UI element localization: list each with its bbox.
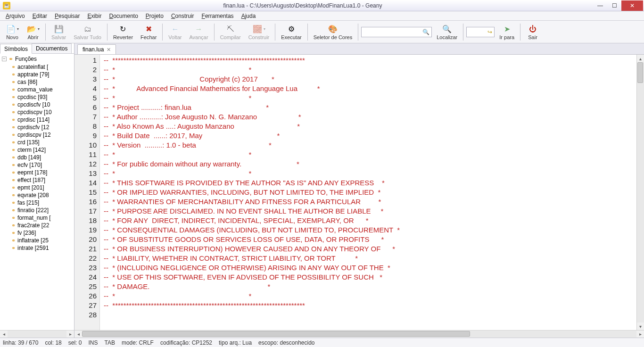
symbol-item[interactable]: ⚭cprdisc [114] [0, 116, 74, 124]
menu-item[interactable]: Documento [105, 12, 141, 20]
scroll-left-icon[interactable]: ◂ [0, 330, 8, 338]
scroll-track[interactable] [8, 330, 66, 338]
scroll-down-icon[interactable]: ▾ [637, 322, 644, 330]
code-line[interactable]: -- * * [104, 169, 400, 178]
save-button[interactable]: 💾 Salvar [49, 23, 69, 41]
goto-button[interactable]: ➤ Ir para [496, 23, 517, 41]
editor-hscroll[interactable]: ◂ ▸ [74, 330, 644, 338]
code-line[interactable]: -- * For public domain without any warra… [104, 159, 400, 169]
menu-item[interactable]: Projeto [142, 12, 167, 20]
symbol-item[interactable]: ⚭cprdiscpv [12 [0, 131, 74, 139]
code-line[interactable]: -- * Project ..........: finan.lua * [104, 103, 400, 112]
symbol-item[interactable]: ⚭eqvrate [208 [0, 191, 74, 199]
collapse-icon[interactable]: − [2, 57, 7, 61]
symbol-item[interactable]: ⚭fv [236] [0, 229, 74, 237]
symbol-item[interactable]: ⚭epmt [201] [0, 184, 74, 191]
code-line[interactable]: -- * Version .........: 1.0 - beta * [104, 140, 400, 150]
scroll-right-icon[interactable]: ▸ [636, 330, 644, 338]
minimize-button[interactable]: — [593, 0, 607, 11]
menu-item[interactable]: Pesquisar [51, 12, 83, 20]
tab-documents[interactable]: Documentos [32, 43, 72, 53]
symbol-item[interactable]: ⚭ecfv [170] [0, 161, 74, 169]
scroll-left-icon[interactable]: ◂ [74, 330, 82, 338]
editor-vscroll[interactable]: ▴ ▾ [636, 55, 644, 330]
save-all-button[interactable]: 🗂 Salvar Tudo [71, 23, 104, 41]
chevron-down-icon[interactable]: ▾ [17, 27, 19, 31]
quit-button[interactable]: ⏻ Sair [523, 23, 542, 41]
code-line[interactable]: -- * PURPOSE ARE DISCLAIMED. IN NO EVENT… [104, 207, 400, 216]
menu-item[interactable]: Ajuda [238, 12, 260, 20]
new-button[interactable]: 📄▾ Novo [3, 23, 22, 41]
code-line[interactable]: -- * DAMAGE. * [104, 282, 400, 291]
scroll-right-icon[interactable]: ▸ [66, 330, 74, 338]
code-line[interactable]: -- * Copyright (c) 2017 * [104, 74, 400, 84]
symbol-item[interactable]: ⚭acrateinflat [ [0, 63, 74, 71]
compile-button[interactable]: ⛏ Compilar [217, 23, 244, 41]
symbol-item[interactable]: ⚭cpcdisc [93] [0, 93, 74, 101]
scroll-track[interactable] [82, 330, 636, 338]
close-file-button[interactable]: ✖ Fechar [138, 23, 159, 41]
symbol-tree[interactable]: − ⚭ Funções ⚭acrateinflat [⚭apptrate [79… [0, 54, 74, 330]
editor-tab[interactable]: finan.lua ✕ [77, 44, 116, 54]
maximize-button[interactable]: ☐ [607, 0, 621, 11]
scroll-thumb[interactable] [82, 331, 470, 337]
close-button[interactable]: ✕ [621, 0, 643, 11]
symbol-item[interactable]: ⚭apptrate [79] [0, 71, 74, 78]
code-line[interactable]: -- * OF SUBSTITUTE GOODS OR SERVICES LOS… [104, 235, 400, 244]
open-button[interactable]: 📂▾ Abrir [24, 23, 42, 41]
scroll-thumb[interactable] [637, 62, 643, 83]
code-line[interactable]: -- * THIS SOFTWARE IS PROVIDED BY THE AU… [104, 178, 400, 188]
revert-button[interactable]: ↻ Reverter [110, 23, 136, 41]
symbol-category[interactable]: − ⚭ Funções [0, 55, 74, 63]
back-button[interactable]: ← Voltar [165, 23, 184, 41]
chevron-down-icon[interactable]: ▾ [38, 27, 40, 31]
menu-item[interactable]: Editar [29, 12, 51, 20]
code-line[interactable]: -- * Also Known As ....: Augusto Manzano… [104, 122, 400, 131]
code-line[interactable]: -- * WARRANTIES OF MERCHANTABILITY AND F… [104, 197, 400, 207]
code-line[interactable]: -- * * [104, 65, 400, 74]
chevron-down-icon[interactable]: ▾ [264, 27, 265, 31]
code-line[interactable]: -- * CONSEQUENTIAL DAMAGES (INCLUDING, B… [104, 225, 400, 235]
symbol-item[interactable]: ⚭cas [86] [0, 78, 74, 86]
build-button[interactable]: 🧱▾ Construir [246, 23, 272, 41]
code-line[interactable]: -- * Build Date ......: 2017, May * [104, 131, 400, 140]
symbol-item[interactable]: ⚭cpcdiscfv [10 [0, 101, 74, 108]
find-input[interactable]: 🔍 [361, 27, 432, 37]
run-button[interactable]: ⚙ Executar [278, 23, 304, 41]
code-line[interactable]: -- * * [104, 291, 400, 301]
code-line[interactable]: -- * Author ...........: Jose Augusto N.… [104, 112, 400, 122]
find-button[interactable]: 🔍 Localizar [434, 23, 460, 41]
code-line[interactable]: -- * FOR ANY DIRECT, INDIRECT, INCIDENTA… [104, 216, 400, 225]
code-line[interactable]: -- * OR IMPLIED WARRANTIES, INCLUDING, B… [104, 188, 400, 197]
tab-close-icon[interactable]: ✕ [107, 47, 111, 53]
code-line[interactable]: -- * OR BUSINESS INTERRUPTION) HOWEVER C… [104, 244, 400, 254]
symbol-item[interactable]: ⚭format_num [ [0, 214, 74, 222]
symbol-item[interactable]: ⚭ddb [149] [0, 154, 74, 161]
tab-symbols[interactable]: Símbolos [0, 44, 32, 54]
symbol-item[interactable]: ⚭inflatrate [25 [0, 237, 74, 244]
symbol-item[interactable]: ⚭cpcdiscpv [10 [0, 108, 74, 116]
symbol-item[interactable]: ⚭comma_value [0, 86, 74, 93]
code-line[interactable]: -- * Advanced Financial Mathematics for … [104, 84, 400, 93]
menu-item[interactable]: Arquivo [2, 12, 29, 20]
code-editor[interactable]: 1234567891011121314151617181920212223242… [74, 55, 636, 330]
menu-item[interactable]: Construir [167, 12, 198, 20]
symbol-item[interactable]: ⚭effect [187] [0, 176, 74, 184]
code-line[interactable]: -- * * [104, 150, 400, 159]
code-line[interactable]: -- * USE OF THIS SOFTWARE, EVEN IF ADVIS… [104, 273, 400, 282]
symbol-item[interactable]: ⚭finratio [222] [0, 207, 74, 214]
code-line[interactable] [104, 310, 400, 320]
menu-item[interactable]: Exibir [83, 12, 105, 20]
symbol-item[interactable]: ⚭intrate [2591 [0, 244, 74, 252]
symbol-item[interactable]: ⚭eepmt [178] [0, 169, 74, 176]
forward-button[interactable]: → Avançar [186, 23, 211, 41]
symbol-item[interactable]: ⚭frac2rate [22 [0, 222, 74, 229]
code-line[interactable]: -- * (INCLUDING NEGLIGENCE OR OTHERWISE)… [104, 263, 400, 273]
code-content[interactable]: -- *************************************… [100, 55, 404, 330]
scroll-up-icon[interactable]: ▴ [637, 55, 644, 62]
color-picker-button[interactable]: 🎨 Seletor de Cores [311, 23, 355, 41]
code-line[interactable]: -- * * [104, 93, 400, 103]
code-line[interactable]: -- *************************************… [104, 301, 400, 310]
symbol-item[interactable]: ⚭fas [215] [0, 199, 74, 207]
code-line[interactable]: -- *************************************… [104, 56, 400, 65]
